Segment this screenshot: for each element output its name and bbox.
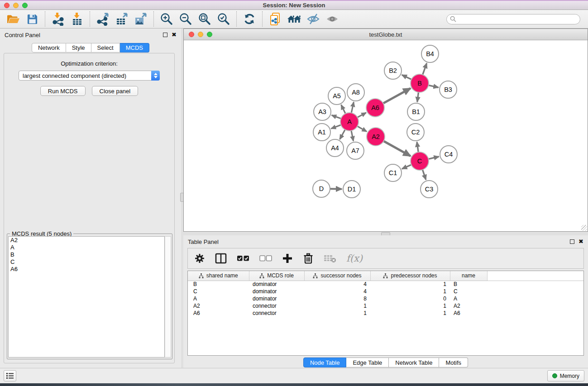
node-A4[interactable]: A4	[326, 139, 344, 157]
import-table-button[interactable]	[67, 11, 86, 27]
window-resize-grip[interactable]	[581, 225, 587, 231]
node-C1[interactable]: C1	[384, 164, 402, 181]
edge-B-B2[interactable]	[402, 75, 411, 79]
node-B[interactable]: B	[411, 74, 429, 92]
table-cell[interactable]: B	[188, 281, 249, 288]
table-cell[interactable]: 1	[370, 302, 450, 310]
column-header-mcds-role[interactable]: MCDS role	[249, 271, 304, 281]
delete-table-button[interactable]	[324, 254, 336, 263]
edge-A-A4[interactable]	[340, 130, 345, 139]
result-item[interactable]: A6	[9, 266, 164, 273]
task-history-button[interactable]	[4, 370, 16, 381]
close-window-button[interactable]	[4, 3, 10, 8]
optimization-criterion-select[interactable]: largest connected component (directed)	[19, 71, 160, 81]
table-cell[interactable]: 1	[370, 310, 450, 317]
node-C[interactable]: C	[411, 152, 429, 170]
node-C4[interactable]: C4	[440, 146, 457, 163]
table-cell[interactable]: connector	[249, 302, 304, 310]
node-B1[interactable]: B1	[407, 103, 425, 120]
node-D1[interactable]: D1	[343, 181, 360, 198]
zoom-out-button[interactable]	[176, 11, 195, 27]
tab-style[interactable]: Style	[66, 43, 91, 52]
table-cell[interactable]: A2	[188, 302, 249, 310]
table-cell[interactable]: A2	[450, 302, 487, 310]
export-table-button[interactable]	[112, 11, 131, 27]
node-B4[interactable]: B4	[421, 45, 439, 62]
close-table-panel-icon[interactable]: ✖	[578, 239, 583, 244]
column-header-name[interactable]: name	[450, 271, 487, 281]
table-row[interactable]: Cdominator41C	[188, 288, 583, 295]
node-A5[interactable]: A5	[328, 87, 345, 105]
edge-A-A3[interactable]	[332, 115, 341, 119]
edge-C-C1[interactable]	[402, 165, 411, 169]
add-column-button[interactable]	[282, 253, 293, 264]
result-list-scrollbar[interactable]	[165, 236, 171, 357]
delete-column-button[interactable]	[303, 253, 314, 264]
zoom-in-button[interactable]	[157, 11, 176, 27]
network-minimize-button[interactable]	[198, 32, 203, 37]
table-settings-button[interactable]	[194, 253, 205, 264]
table-cell[interactable]: dominator	[249, 288, 304, 295]
edge-A-A2[interactable]	[357, 126, 367, 132]
zoom-fit-button[interactable]	[195, 11, 214, 27]
node-D[interactable]: D	[313, 180, 330, 197]
table-cell[interactable]: 4	[304, 288, 370, 295]
search-field[interactable]	[446, 14, 580, 24]
tab-mcds[interactable]: MCDS	[120, 43, 149, 52]
edge-A-A7[interactable]	[351, 131, 354, 141]
edge-A-A6[interactable]	[358, 113, 366, 117]
table-cell[interactable]: 1	[370, 281, 450, 288]
network-canvas[interactable]: AA1A2A3A4A5A6A7A8BB1B2B3B4CC1C2C3C4DD1	[184, 40, 588, 231]
export-network-button[interactable]	[93, 11, 112, 27]
result-item[interactable]: A	[9, 244, 164, 251]
refresh-button[interactable]	[240, 11, 259, 27]
edge-C-C2[interactable]	[417, 142, 418, 152]
deselect-all-button[interactable]	[259, 255, 272, 262]
edge-A-A5[interactable]	[341, 105, 345, 114]
table-cell[interactable]: C	[188, 288, 249, 295]
export-image-button[interactable]	[131, 11, 150, 27]
table-cell[interactable]: 8	[304, 295, 370, 302]
table-row[interactable]: Adominator80A	[188, 295, 583, 302]
table-cell[interactable]: dominator	[249, 281, 304, 288]
show-column-panel-button[interactable]	[215, 253, 227, 264]
node-A2[interactable]: A2	[367, 128, 385, 146]
float-panel-icon[interactable]	[163, 33, 167, 37]
float-table-panel-icon[interactable]	[570, 239, 574, 244]
tab-node-table[interactable]: Node Table	[303, 357, 347, 367]
node-A3[interactable]: A3	[314, 103, 331, 120]
double-house-button[interactable]	[285, 11, 304, 27]
open-file-button[interactable]	[4, 11, 23, 27]
show-graphics-details-button[interactable]	[323, 11, 342, 27]
node-A6[interactable]: A6	[366, 99, 384, 117]
run-mcds-button[interactable]: Run MCDS	[40, 86, 86, 96]
node-B3[interactable]: B3	[440, 81, 457, 98]
function-builder-button[interactable]: f(x)	[346, 253, 363, 264]
table-row[interactable]: Bdominator41B	[188, 281, 583, 288]
hide-graphics-details-button[interactable]	[304, 11, 323, 27]
node-C2[interactable]: C2	[407, 124, 424, 141]
node-A8[interactable]: A8	[347, 84, 364, 101]
save-session-button[interactable]	[23, 11, 42, 27]
table-cell[interactable]: A	[450, 295, 487, 302]
edge-B-B1[interactable]	[417, 92, 419, 102]
node-A7[interactable]: A7	[347, 142, 364, 159]
minimize-window-button[interactable]	[13, 3, 19, 8]
node-B2[interactable]: B2	[384, 62, 402, 79]
column-header-shared-name[interactable]: shared name	[188, 271, 249, 281]
table-cell[interactable]: connector	[249, 310, 304, 317]
search-input[interactable]	[456, 15, 580, 23]
table-row[interactable]: A6connector11A6	[188, 310, 583, 317]
zoom-selected-button[interactable]	[214, 11, 233, 27]
zoom-window-button[interactable]	[22, 3, 28, 8]
result-item[interactable]: C	[9, 258, 164, 266]
node-A[interactable]: A	[340, 113, 359, 131]
tab-select[interactable]: Select	[91, 43, 120, 52]
edge-C-C3[interactable]	[422, 170, 426, 180]
memory-button[interactable]: Memory	[547, 370, 584, 381]
edge-A6-B[interactable]	[383, 88, 411, 103]
tab-network[interactable]: Network	[32, 43, 66, 52]
table-cell[interactable]: 4	[304, 281, 370, 288]
table-row[interactable]: A2connector11A2	[188, 302, 583, 310]
table-cell[interactable]: A6	[450, 310, 487, 317]
